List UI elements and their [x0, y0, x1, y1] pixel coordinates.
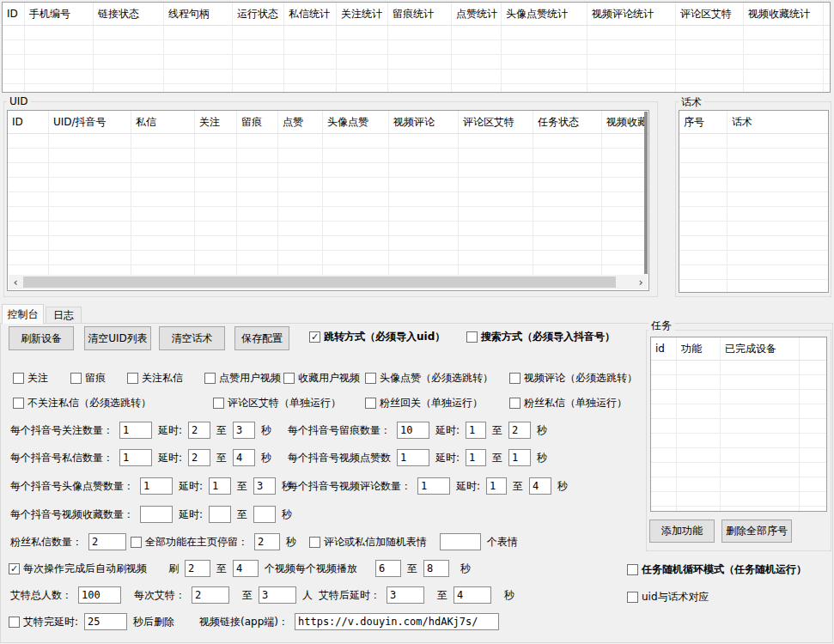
fans-dm-run-checkbox[interactable]: 粉丝私信（单独运行） — [509, 396, 627, 410]
scroll-left-icon[interactable]: ‹ — [9, 275, 22, 289]
follow-delay-from-input[interactable] — [188, 422, 210, 439]
follow-count-input[interactable] — [119, 422, 152, 439]
uid-col-avatar-like: 头像点赞 — [323, 111, 388, 133]
video-like-count-label: 每个抖音号视频点赞数 — [288, 451, 391, 465]
checkbox-check-icon: ✓ — [9, 563, 20, 574]
video-comment-delay-to-input[interactable] — [529, 477, 551, 495]
emoji-checkbox[interactable]: 评论或私信加随机表情 — [309, 535, 427, 550]
delete-all-button[interactable]: 删除全部序号 — [721, 519, 792, 543]
trace-delay-to-input[interactable] — [508, 422, 531, 439]
fans-dm-count-input[interactable] — [88, 533, 126, 550]
add-function-button[interactable]: 添加功能 — [649, 519, 715, 543]
fans-dm-count-label: 粉丝私信数量： — [10, 535, 82, 550]
stay-home-checkbox[interactable]: 全部功能在主页停留： — [131, 535, 248, 550]
video-fav-count-input[interactable] — [140, 506, 173, 523]
tab-log[interactable]: 日志 — [46, 307, 82, 324]
uid-col-uid: UID/抖音号 — [49, 111, 131, 133]
clear-uid-button[interactable]: 清空UID列表 — [84, 326, 151, 350]
video-fav-count-label: 每个抖音号视频收藏数量： — [10, 507, 134, 522]
script-col-text: 话术 — [727, 111, 828, 133]
trace-count-input[interactable] — [397, 422, 429, 439]
clear-script-button[interactable]: 清空话术 — [159, 326, 225, 350]
refresh-devices-button[interactable]: 刷新设备 — [9, 326, 74, 350]
avatar-like-count-label: 每个抖音号头像点赞数量： — [10, 479, 134, 494]
device-col-video-comment-stat: 视频评论统计 — [587, 3, 675, 25]
task-random-mode-checkbox[interactable]: 任务随机循环模式（任务随机运行） — [627, 562, 807, 577]
auto-swipe-checkbox[interactable]: ✓ 每次操作完成后自动刷视频 — [9, 562, 147, 576]
script-table: 序号 话术 — [679, 110, 829, 293]
search-mode-checkbox[interactable]: 搜索方式（必须导入抖音号） — [466, 330, 615, 344]
video-comment-checkbox[interactable]: 视频评论（必须选跳转） — [509, 371, 637, 386]
scroll-right-icon[interactable]: › — [634, 275, 648, 289]
dm-count-input[interactable] — [119, 449, 152, 466]
swipe-to-input[interactable] — [233, 560, 259, 577]
uid-col-follow: 关注 — [195, 111, 236, 133]
uid-col-trace: 留痕 — [237, 111, 277, 133]
stay-home-input[interactable] — [254, 533, 280, 550]
device-col-comment-at: 评论区艾特 — [676, 3, 743, 25]
uid-table: ID UID/抖音号 私信 关注 留痕 点赞 头像点赞 视频评论 评论区艾特 任… — [7, 110, 649, 291]
scrollbar-thumb[interactable] — [23, 276, 616, 288]
swipe-brush-label: 刷 — [168, 562, 179, 576]
at-done-suffix: 秒后删除 — [133, 615, 174, 629]
avatar-like-delay-to-input[interactable] — [253, 477, 276, 495]
follow-checkbox[interactable]: 关注 — [13, 371, 48, 386]
play-from-input[interactable] — [375, 560, 401, 577]
uid-group-label: UID — [7, 95, 31, 107]
uid-horizontal-scrollbar[interactable]: ‹ › — [9, 275, 648, 289]
video-like-delay-to-input[interactable] — [508, 449, 531, 466]
uid-vertical-scrollbar[interactable] — [644, 112, 648, 274]
uid-col-id: ID — [8, 111, 48, 133]
like-user-video-checkbox[interactable]: 点赞用户视频 — [204, 371, 281, 386]
favorite-user-video-checkbox[interactable]: 收藏用户视频 — [283, 371, 360, 386]
swipe-from-input[interactable] — [185, 560, 210, 577]
trace-delay-from-input[interactable] — [466, 422, 486, 439]
trace-checkbox[interactable]: 留痕 — [70, 371, 106, 386]
avatar-like-count-input[interactable] — [140, 477, 173, 495]
video-comment-count-input[interactable] — [417, 477, 450, 495]
video-fav-delay-to-input[interactable] — [253, 506, 276, 523]
video-link-input[interactable] — [295, 613, 499, 630]
device-col-thread: 线程句柄 — [164, 3, 232, 25]
at-delay-to-input[interactable] — [454, 586, 491, 604]
video-comment-delay-from-input[interactable] — [486, 477, 507, 495]
tab-console[interactable]: 控制台 — [2, 304, 44, 324]
emoji-count-input[interactable] — [440, 533, 481, 550]
at-done-delete-checkbox[interactable]: 艾特完延时: — [9, 615, 78, 629]
trace-count-label: 每个抖音号留痕数量： — [288, 423, 391, 438]
video-like-count-input[interactable] — [397, 449, 429, 466]
task-group-label: 任务 — [648, 319, 674, 333]
video-like-delay-from-input[interactable] — [466, 449, 486, 466]
script-col-index: 序号 — [679, 111, 727, 133]
jump-mode-checkbox[interactable]: ✓ 跳转方式（必须导入uid） — [309, 330, 445, 344]
device-col-dm-stat: 私信统计 — [284, 3, 336, 25]
avatar-like-checkbox[interactable]: 头像点赞（必须选跳转） — [365, 371, 493, 386]
save-config-button[interactable]: 保存配置 — [234, 326, 289, 350]
at-total-label: 艾特总人数： — [10, 588, 72, 603]
uid-script-map-checkbox[interactable]: uid与话术对应 — [627, 590, 709, 605]
video-fav-delay-from-input[interactable] — [209, 506, 231, 523]
device-col-trace-stat: 留痕统计 — [388, 3, 451, 25]
comment-at-checkbox[interactable]: 评论区艾特（单独运行） — [213, 396, 341, 410]
follow-delay-to-input[interactable] — [233, 422, 255, 439]
at-delay-from-input[interactable] — [387, 586, 424, 604]
fans-followback-checkbox[interactable]: 粉丝回关（单独运行） — [365, 396, 483, 410]
at-each-label: 每次艾特： — [134, 588, 186, 603]
dm-count-label: 每个抖音号私信数量： — [10, 451, 113, 465]
dm-delay-to-input[interactable] — [233, 449, 255, 466]
at-total-input[interactable] — [78, 586, 121, 604]
task-table: id 功能 已完成设备 — [650, 337, 827, 512]
at-each-from-input[interactable] — [192, 586, 229, 604]
at-each-to-input[interactable] — [259, 586, 296, 604]
checkbox-check-icon: ✓ — [309, 331, 320, 343]
no-follow-dm-checkbox[interactable]: 不关注私信（必须选跳转） — [13, 396, 151, 410]
dm-delay-from-input[interactable] — [188, 449, 210, 466]
uid-col-video-fav: 视频收藏 — [602, 111, 648, 133]
play-to-input[interactable] — [423, 560, 449, 577]
video-comment-count-label: 每个抖音号视频评论数量： — [288, 479, 411, 494]
at-done-delay-input[interactable] — [84, 613, 127, 630]
follow-dm-checkbox[interactable]: 关注私信 — [127, 371, 183, 386]
uid-col-like: 点赞 — [278, 111, 322, 133]
uid-col-video-comment: 视频评论 — [389, 111, 458, 133]
avatar-like-delay-from-input[interactable] — [209, 477, 231, 495]
